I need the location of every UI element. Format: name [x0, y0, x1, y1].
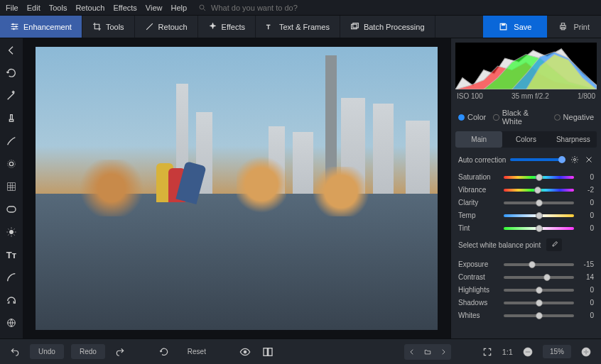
svg-point-2: [12, 23, 13, 25]
wb-label: Select white balance point: [458, 241, 541, 249]
back-icon[interactable]: [5, 44, 18, 57]
zoom-value[interactable]: 15%: [543, 345, 571, 358]
svg-point-0: [200, 5, 204, 9]
slider-value: 0: [578, 173, 594, 181]
search-box[interactable]: [198, 4, 325, 12]
tab-batch[interactable]: Batch Processing: [340, 16, 435, 38]
svg-line-1: [204, 9, 206, 11]
globe-icon[interactable]: [5, 316, 18, 329]
menu-help[interactable]: Help: [170, 4, 187, 12]
auto-slider[interactable]: [510, 158, 565, 161]
tab-effects[interactable]: Effects: [198, 16, 256, 38]
print-button[interactable]: Print: [547, 16, 601, 38]
zoom-in-icon[interactable]: [578, 344, 594, 360]
redo-arrow-icon[interactable]: [112, 344, 128, 360]
slider-sh[interactable]: Shadows 0: [458, 299, 594, 307]
tab-text[interactable]: T Text & Frames: [256, 16, 340, 38]
slider-track[interactable]: [504, 289, 574, 292]
redo-button[interactable]: Redo: [71, 344, 105, 359]
fit-icon[interactable]: [480, 344, 495, 360]
svg-rect-20: [264, 348, 267, 355]
curve-icon[interactable]: [5, 271, 18, 284]
paint-icon[interactable]: [5, 135, 18, 148]
radio-color[interactable]: Color: [458, 113, 486, 121]
zoom-out-icon[interactable]: [520, 344, 536, 360]
slider-wh[interactable]: Whites 0: [458, 311, 594, 319]
meta-lens: 35 mm f/2.2: [511, 92, 549, 100]
tab-enhancement[interactable]: Enhancement: [0, 16, 82, 38]
tab-label: Text & Frames: [279, 23, 330, 31]
slider-track[interactable]: [504, 227, 574, 230]
compare-icon[interactable]: [260, 344, 276, 360]
slider-track[interactable]: [504, 314, 574, 317]
undo-button[interactable]: Undo: [30, 344, 64, 359]
headphones-icon[interactable]: [5, 294, 18, 307]
tab-tools[interactable]: Tools: [82, 16, 135, 38]
menu-file[interactable]: File: [6, 4, 18, 12]
slider-exp[interactable]: Exposure -15: [458, 260, 594, 268]
sparkle-icon: [208, 22, 217, 31]
slider-track[interactable]: [504, 202, 574, 204]
tab-label: Enhancement: [23, 23, 72, 31]
canvas-area: [23, 38, 450, 338]
slider-hi[interactable]: Highlights 0: [458, 286, 594, 294]
svg-rect-8: [502, 23, 505, 26]
slider-value: 0: [578, 311, 594, 319]
subtabs: Main Colors Sharpness: [455, 131, 597, 148]
tool-column: Tт: [0, 38, 23, 338]
text-icon: T: [266, 22, 275, 31]
eye-icon[interactable]: [237, 344, 253, 360]
slider-track[interactable]: [504, 176, 574, 179]
tab-label: Tools: [106, 23, 124, 31]
slider-temp[interactable]: Temp 0: [458, 211, 594, 219]
slider-clar[interactable]: Clarity 0: [458, 199, 594, 206]
menu-retouch[interactable]: Retouch: [75, 4, 104, 12]
slider-track[interactable]: [504, 214, 574, 217]
close-icon[interactable]: [584, 155, 594, 165]
next-icon[interactable]: [435, 344, 451, 360]
search-input[interactable]: [211, 4, 325, 12]
radio-bw[interactable]: Black & White: [493, 109, 546, 126]
save-button[interactable]: Save: [483, 16, 547, 38]
light-icon[interactable]: [5, 226, 18, 238]
slider-track[interactable]: [504, 302, 574, 304]
slider-tint[interactable]: Tint 0: [458, 224, 594, 232]
reset-button[interactable]: Reset: [179, 344, 215, 359]
rotate-icon[interactable]: [5, 67, 18, 79]
eyedropper-icon[interactable]: [546, 238, 562, 251]
slider-vib[interactable]: Vibrance -2: [458, 186, 594, 194]
menu-view[interactable]: View: [146, 4, 163, 12]
slider-track[interactable]: [504, 263, 574, 266]
slider-track[interactable]: [504, 276, 574, 279]
tab-retouch[interactable]: Retouch: [135, 16, 198, 38]
slider-track[interactable]: [504, 189, 574, 192]
gear-icon[interactable]: [570, 155, 580, 165]
prev-icon[interactable]: [404, 344, 420, 360]
wand-icon[interactable]: [5, 89, 18, 102]
text-tool-icon[interactable]: Tт: [5, 248, 18, 261]
subtab-colors[interactable]: Colors: [502, 131, 549, 148]
subtab-main[interactable]: Main: [455, 131, 502, 148]
subtab-sharpness[interactable]: Sharpness: [550, 131, 597, 148]
vignette-icon[interactable]: [5, 203, 18, 216]
tab-label: Batch Processing: [364, 23, 425, 31]
circle-icon[interactable]: [5, 158, 18, 170]
folder-icon[interactable]: [420, 344, 435, 360]
slider-sat[interactable]: Saturation 0: [458, 173, 594, 181]
menu-tools[interactable]: Tools: [49, 4, 67, 12]
reset-icon[interactable]: [156, 344, 172, 360]
photo-metadata: ISO 100 35 mm f/2.2 1/800: [451, 91, 601, 104]
stamp-icon[interactable]: [5, 112, 18, 125]
menu-effects[interactable]: Effects: [113, 4, 136, 12]
slider-con[interactable]: Contrast 14: [458, 273, 594, 281]
undo-arrow-icon[interactable]: [7, 344, 23, 360]
svg-rect-15: [7, 206, 16, 212]
crop-icon: [92, 22, 102, 31]
radio-negative[interactable]: Negative: [554, 113, 594, 121]
photo-canvas[interactable]: [36, 47, 438, 330]
save-label: Save: [514, 23, 531, 31]
fit-label[interactable]: 1:1: [502, 348, 513, 356]
menu-edit[interactable]: Edit: [27, 4, 40, 12]
slider-label: Shadows: [458, 299, 499, 307]
grid-icon[interactable]: [5, 180, 18, 193]
